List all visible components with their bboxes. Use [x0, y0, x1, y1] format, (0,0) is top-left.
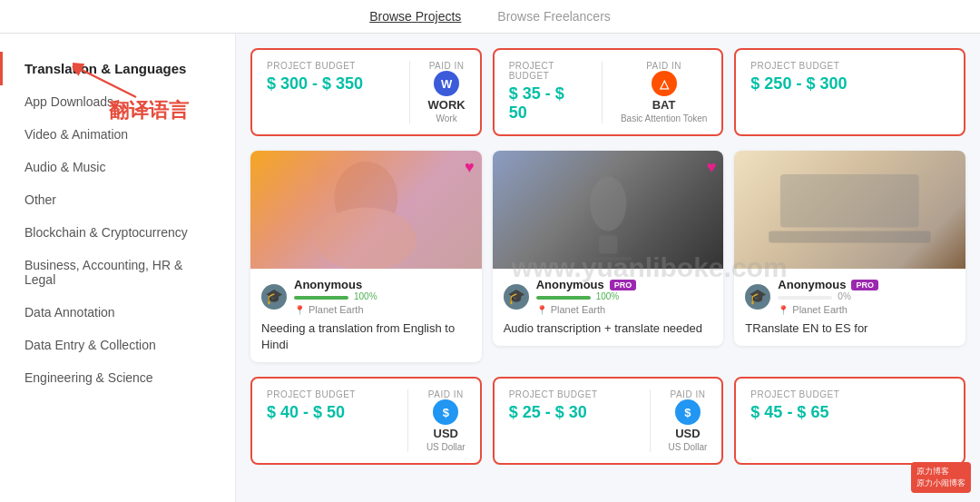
woman-illustration: [250, 151, 482, 269]
bottom-project-cards: PROJECT BUDGET $ 40 - $ 50 PAID IN $ USD…: [250, 377, 965, 465]
project-card-work[interactable]: PROJECT BUDGET $ 300 - $ 350 PAID IN W W…: [250, 48, 482, 136]
paid-in-label-b1: PAID IN: [428, 389, 464, 399]
pro-badge-2: PRO: [610, 280, 637, 290]
user-avatar-2: 🎓: [504, 284, 529, 310]
token-name-2: BAT: [652, 98, 676, 112]
token-name-1: WORK: [428, 98, 466, 112]
location-row-1: 📍 Planet Earth: [294, 304, 471, 315]
user-info-2: Anonymous PRO 100% 📍 Planet Earth: [536, 278, 713, 315]
browse-projects-link[interactable]: Browse Projects: [369, 9, 461, 24]
thumb-image-laptop: [734, 151, 965, 269]
project-thumb-card-3[interactable]: 🎓 Anonymous PRO 0%: [734, 151, 965, 346]
sidebar-item-data-entry[interactable]: Data Entry & Collection: [0, 329, 235, 361]
blog-corner-badge: 原力博客 原力小闹博客: [911, 462, 971, 493]
budget-label-b2: PROJECT BUDGET: [509, 389, 632, 399]
pin-icon-1: 📍: [294, 305, 305, 315]
token-full-name-2: Basic Attention Token: [621, 113, 707, 123]
user-info-1: Anonymous 100% 📍 Planet Earth: [294, 278, 471, 315]
paid-in-label-1: PAID IN: [429, 61, 465, 71]
user-name-2: Anonymous: [536, 278, 604, 291]
svg-rect-7: [780, 174, 919, 228]
token-name-b1: USD: [434, 427, 458, 440]
sidebar-item-data-annotation[interactable]: Data Annotation: [0, 296, 235, 329]
main-layout: Translation & Languages 翻译语言 App Downloa…: [0, 34, 980, 502]
user-avatar-1: 🎓: [261, 284, 287, 310]
rating-text-3: 0%: [838, 291, 850, 301]
paid-in-label-2: PAID IN: [646, 61, 681, 71]
pin-icon-2: 📍: [536, 305, 547, 315]
sidebar-item-translation[interactable]: Translation & Languages: [0, 52, 235, 85]
project-title-1: Needing a translation from English to Hi…: [261, 320, 471, 353]
sidebar-item-video-animation[interactable]: Video & Animation: [0, 118, 235, 151]
usd-token-icon-1: $: [433, 399, 458, 425]
budget-value-b1: $ 40 - $ 50: [267, 403, 389, 422]
budget-label-b3: PROJECT BUDGET: [750, 389, 949, 399]
project-col-2: ♥ 🎓 Anonymous: [493, 151, 724, 373]
project-card-budget-b3[interactable]: PROJECT BUDGET $ 45 - $ 65: [734, 377, 965, 465]
token-full-name-b1: US Dollar: [426, 442, 466, 452]
rating-text-2: 100%: [596, 291, 620, 301]
content-area: www.yuanliboke.com PROJECT BUDGET $ 300 …: [236, 34, 980, 502]
project-card-usd-2[interactable]: PROJECT BUDGET $ 25 - $ 30 PAID IN $ USD…: [493, 377, 724, 465]
budget-label-1: PROJECT BUDGET: [267, 61, 391, 71]
svg-rect-5: [599, 236, 617, 254]
budget-value-3: $ 250 - $ 300: [750, 74, 949, 94]
user-row-2: 🎓 Anonymous PRO 100%: [504, 278, 713, 315]
rating-text-1: 100%: [354, 291, 377, 301]
sidebar-item-engineering[interactable]: Engineering & Science: [0, 361, 235, 394]
browse-freelancers-link[interactable]: Browse Freelancers: [497, 9, 611, 24]
sidebar-item-blockchain[interactable]: Blockchain & Cryptocurrency: [0, 216, 235, 249]
svg-point-4: [590, 177, 626, 231]
laptop-illustration: [734, 151, 965, 269]
project-col-3: 🎓 Anonymous PRO 0%: [734, 151, 965, 373]
budget-label-b1: PROJECT BUDGET: [267, 389, 389, 399]
budget-label-3: PROJECT BUDGET: [750, 61, 949, 71]
budget-value-2: $ 35 - $ 50: [509, 84, 583, 123]
user-name-1: Anonymous: [294, 278, 362, 291]
svg-rect-6: [585, 257, 632, 261]
svg-rect-8: [769, 231, 931, 242]
thumb-image-woman: ♥: [250, 151, 482, 269]
user-row-1: 🎓 Anonymous 100% 📍: [261, 278, 471, 315]
token-full-name-b2: US Dollar: [669, 442, 708, 452]
budget-value-b2: $ 25 - $ 30: [509, 403, 632, 422]
project-thumb-card-1[interactable]: ♥ 🎓 Anonymous: [250, 151, 482, 362]
bat-token-icon: △: [652, 71, 677, 96]
thumb-image-mic: ♥: [493, 151, 724, 269]
rating-bar-1: [294, 296, 348, 300]
user-name-3: Anonymous: [778, 278, 846, 291]
sidebar-item-audio-music[interactable]: Audio & Music: [0, 151, 235, 183]
user-avatar-3: 🎓: [745, 284, 770, 310]
sidebar-item-other[interactable]: Other: [0, 183, 235, 216]
project-title-3: TRanslate EN to ES for: [745, 320, 955, 337]
budget-value-1: $ 300 - $ 350: [267, 74, 391, 94]
user-info-3: Anonymous PRO 0% 📍 Planet Earth: [778, 278, 955, 315]
project-card-usd-1[interactable]: PROJECT BUDGET $ 40 - $ 50 PAID IN $ USD…: [250, 377, 482, 465]
middle-grid: ♥ 🎓 Anonymous: [250, 151, 965, 373]
pin-icon-3: 📍: [778, 305, 789, 315]
top-project-cards: PROJECT BUDGET $ 300 - $ 350 PAID IN W W…: [250, 48, 965, 136]
rating-bar-3: [778, 296, 832, 300]
location-row-2: 📍 Planet Earth: [536, 304, 713, 315]
sidebar-item-business[interactable]: Business, Accounting, HR & Legal: [0, 249, 235, 296]
top-nav: Browse Projects Browse Freelancers: [0, 0, 980, 34]
paid-in-label-b2: PAID IN: [671, 389, 706, 399]
pro-badge-3: PRO: [851, 280, 878, 290]
project-thumb-card-2[interactable]: ♥ 🎓 Anonymous: [493, 151, 724, 346]
rating-bar-2: [536, 296, 591, 300]
budget-label-2: PROJECT BUDGET: [509, 61, 583, 81]
location-row-3: 📍 Planet Earth: [778, 304, 955, 315]
mic-illustration: [493, 151, 724, 269]
project-card-budget-only[interactable]: PROJECT BUDGET $ 250 - $ 300: [734, 48, 965, 136]
sidebar: Translation & Languages 翻译语言 App Downloa…: [0, 34, 236, 502]
project-title-2: Audio transcription + translate needed: [504, 320, 713, 337]
usd-token-icon-2: $: [675, 399, 701, 425]
work-token-icon: W: [434, 71, 459, 96]
project-card-bat[interactable]: PROJECT BUDGET $ 35 - $ 50 PAID IN △ BAT…: [493, 48, 724, 136]
svg-point-3: [316, 208, 416, 270]
user-row-3: 🎓 Anonymous PRO 0%: [745, 278, 955, 315]
token-full-name-1: Work: [436, 113, 457, 123]
project-col-1: ♥ 🎓 Anonymous: [250, 151, 482, 373]
token-name-b2: USD: [675, 427, 700, 440]
sidebar-item-app-downloads[interactable]: App Downloads: [0, 85, 235, 118]
